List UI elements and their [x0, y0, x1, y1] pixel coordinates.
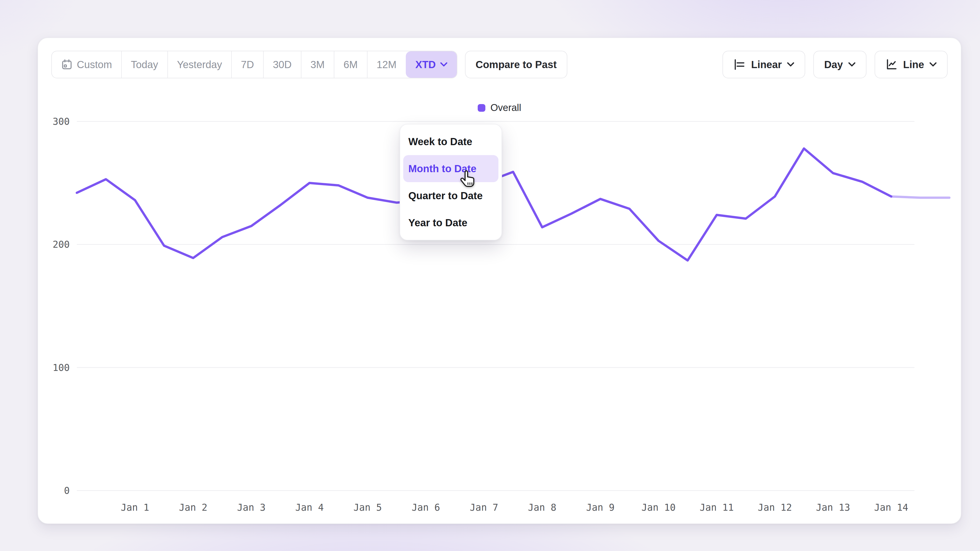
date-range-label: Today: [131, 59, 158, 70]
date-range-label: 7D: [241, 59, 254, 70]
date-range-custom[interactable]: Custom: [52, 51, 121, 78]
date-range-label: 3M: [310, 59, 325, 70]
date-range-30d[interactable]: 30D: [263, 51, 301, 78]
dropdown-item-month-to-date[interactable]: Month to Date: [403, 155, 498, 182]
chevron-down-icon: [440, 62, 448, 67]
line-chart-icon: [885, 58, 898, 71]
date-range-dropdown-menu: Week to DateMonth to DateQuarter to Date…: [400, 124, 502, 240]
compare-to-past-button[interactable]: Compare to Past: [465, 51, 568, 78]
cursor-pointer-icon: [460, 170, 477, 189]
x-axis-label: Jan 9: [586, 502, 614, 513]
date-range-6m[interactable]: 6M: [334, 51, 367, 78]
legend: Overall: [478, 102, 521, 113]
chevron-down-icon: [787, 62, 794, 67]
date-range-12m[interactable]: 12M: [367, 51, 406, 78]
calendar-icon: [61, 59, 73, 70]
line-label: Line: [903, 59, 924, 70]
date-range-yesterday[interactable]: Yesterday: [167, 51, 231, 78]
y-axis-label: 0: [64, 485, 70, 496]
day-label: Day: [824, 59, 843, 70]
date-range-label: 6M: [344, 59, 358, 70]
y-axis-label: 100: [52, 362, 70, 373]
date-range-label: XTD: [415, 59, 436, 70]
dropdown-item-year-to-date[interactable]: Year to Date: [403, 209, 498, 236]
dropdown-item-week-to-date[interactable]: Week to Date: [403, 128, 498, 155]
legend-label: Overall: [490, 102, 521, 113]
date-range-today[interactable]: Today: [121, 51, 167, 78]
legend-swatch-icon: [478, 104, 485, 112]
x-axis-label: Jan 8: [528, 502, 556, 513]
x-axis-label: Jan 6: [412, 502, 440, 513]
date-range-xtd[interactable]: XTD: [406, 51, 457, 78]
x-axis-label: Jan 7: [470, 502, 498, 513]
x-axis-label: Jan 4: [295, 502, 324, 513]
day-button[interactable]: Day: [813, 51, 866, 78]
x-axis-label: Jan 2: [179, 502, 207, 513]
date-range-label: 12M: [377, 59, 396, 70]
compare-to-past-label: Compare to Past: [476, 59, 557, 70]
chevron-down-icon: [929, 62, 937, 67]
x-axis-label: Jan 5: [353, 502, 382, 513]
y-axis-label: 200: [52, 239, 70, 250]
chart-line-incomplete: [891, 197, 950, 198]
chart-card: 0100200300Jan 1Jan 2Jan 3Jan 4Jan 5Jan 6…: [38, 38, 961, 524]
date-range-3m[interactable]: 3M: [301, 51, 334, 78]
x-axis-label: Jan 10: [641, 502, 676, 513]
date-range-segmented-control: CustomTodayYesterday7D30D3M6M12MXTD: [51, 51, 457, 78]
x-axis-label: Jan 1: [121, 502, 149, 513]
toolbar-right: LinearDayLine: [722, 51, 948, 78]
x-axis-label: Jan 3: [237, 502, 266, 513]
x-axis-label: Jan 13: [816, 502, 850, 513]
x-axis-label: Jan 12: [758, 502, 792, 513]
x-axis-label: Jan 11: [700, 502, 734, 513]
date-range-7d[interactable]: 7D: [231, 51, 263, 78]
x-axis-label: Jan 14: [874, 502, 908, 513]
toolbar: CustomTodayYesterday7D30D3M6M12MXTD Comp…: [51, 51, 948, 78]
line-button[interactable]: Line: [875, 51, 948, 78]
linear-label: Linear: [751, 59, 782, 70]
toolbar-left: CustomTodayYesterday7D30D3M6M12MXTD Comp…: [51, 51, 567, 78]
y-axis-label: 300: [52, 116, 70, 127]
dropdown-item-quarter-to-date[interactable]: Quarter to Date: [403, 182, 498, 209]
chevron-down-icon: [848, 62, 856, 67]
date-range-label: Custom: [77, 59, 112, 70]
linear-button[interactable]: Linear: [722, 51, 805, 78]
linear-scale-icon: [733, 58, 746, 71]
date-range-label: Yesterday: [177, 59, 222, 70]
date-range-label: 30D: [273, 59, 291, 70]
